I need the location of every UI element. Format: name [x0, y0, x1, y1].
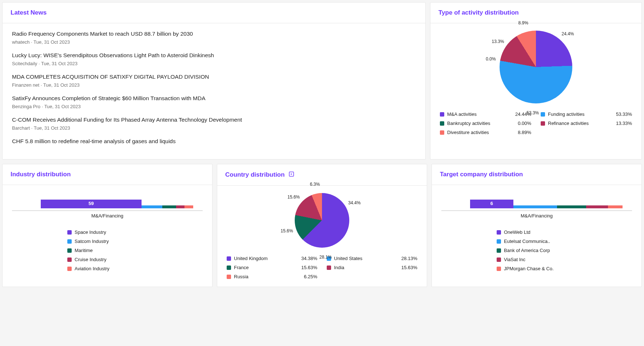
country-title: Country distribution	[225, 171, 285, 178]
target-axis-label: M&A/Financing	[441, 213, 632, 219]
legend-label: ViaSat Inc	[504, 257, 525, 262]
industry-legend: Space IndustrySatcom IndustryMaritimeCru…	[67, 229, 147, 271]
legend-label: Bank of America Corp	[504, 248, 550, 253]
pie-slice-label: 24.4%	[561, 31, 574, 36]
target-card: Target company distribution 66 M&A/Finan…	[432, 164, 642, 287]
legend-value: 8.89%	[518, 130, 531, 135]
bar-segment[interactable]	[608, 205, 623, 208]
legend-item[interactable]: Satcom Industry	[67, 239, 147, 244]
bar-value-label: 6	[534, 201, 537, 206]
bar-segment[interactable]	[586, 205, 608, 208]
news-headline[interactable]: C-COM Receives Additional Funding for It…	[12, 117, 416, 123]
legend-item[interactable]: Eutelsat Communica..	[497, 239, 577, 244]
legend-label: JPMorgan Chase & Co.	[504, 266, 554, 271]
industry-title: Industry distribution	[11, 171, 71, 178]
legend-value: 13.33%	[616, 121, 632, 126]
legend-label: Refinance activities	[548, 121, 589, 126]
industry-bar-chart[interactable]: 59	[12, 200, 203, 208]
legend-label: United Kingdom	[234, 256, 268, 261]
legend-label: OneWeb Ltd	[504, 229, 530, 235]
target-legend: OneWeb LtdEutelsat Communica..Bank of Am…	[497, 229, 577, 271]
legend-item[interactable]: Bankruptcy activities0.00%	[440, 121, 531, 126]
card-header: Type of activity distribution	[430, 3, 641, 23]
legend-swatch	[67, 230, 72, 235]
bar-segment[interactable]	[184, 205, 193, 208]
target-bar-chart[interactable]: 66	[441, 200, 632, 208]
legend-item[interactable]: Maritime	[67, 248, 147, 253]
news-item[interactable]: C-COM Receives Additional Funding for It…	[12, 117, 416, 131]
country-pie-chart[interactable]: 34.4%28.1%15.6%15.6%6.3%	[295, 193, 349, 248]
legend-item[interactable]: France15.63%	[227, 265, 317, 270]
legend-swatch	[67, 248, 72, 253]
news-headline[interactable]: SatixFy Announces Completion of Strategi…	[12, 95, 416, 102]
legend-value: 15.63%	[301, 265, 317, 270]
legend-swatch	[67, 239, 72, 244]
popout-icon[interactable]	[288, 171, 295, 179]
legend-value: 53.33%	[616, 111, 632, 117]
activity-card: Type of activity distribution 24.4%53.3%…	[430, 2, 642, 160]
target-body: 66 M&A/Financing OneWeb LtdEutelsat Comm…	[432, 185, 641, 279]
legend-item[interactable]: United States28.13%	[327, 256, 417, 261]
card-header: Country distribution	[217, 164, 427, 186]
legend-swatch	[227, 256, 231, 261]
industry-body: 59 M&A/Financing Space IndustrySatcom In…	[3, 185, 212, 279]
industry-card: Industry distribution 59 M&A/Financing S…	[2, 164, 212, 287]
legend-item[interactable]: JPMorgan Chase & Co.	[497, 266, 577, 271]
legend-item[interactable]: India15.63%	[327, 265, 417, 270]
news-item[interactable]: CHF 5.8 million to redefine real-time an…	[12, 138, 416, 145]
legend-item[interactable]: United Kingdom34.38%	[227, 256, 317, 261]
bar-segment[interactable]	[176, 205, 185, 208]
legend-label: United States	[334, 256, 362, 261]
legend-item[interactable]: Cruise Industry	[67, 257, 147, 262]
news-headline[interactable]: Lucky Lucy: WISE's Serendipitous Observa…	[12, 52, 416, 59]
legend-value: 34.38%	[301, 256, 317, 261]
news-item[interactable]: Radio Frequency Components Market to rea…	[12, 31, 416, 45]
legend-item[interactable]: Refinance activities13.33%	[541, 121, 632, 126]
activity-body: 24.4%53.3%0.0%13.3%8.9% M&A activities24…	[430, 23, 641, 142]
bar-value-label: 59	[88, 201, 94, 206]
pie-slice-label: 0.0%	[486, 56, 496, 62]
legend-swatch	[227, 266, 231, 270]
legend-item[interactable]: ViaSat Inc	[497, 257, 577, 262]
bar-segment[interactable]	[142, 205, 162, 208]
news-item[interactable]: SatixFy Announces Completion of Strategi…	[12, 95, 416, 109]
news-headline[interactable]: CHF 5.8 million to redefine real-time an…	[12, 138, 416, 145]
latest-news-card: Latest News Radio Frequency Components M…	[2, 2, 426, 160]
legend-label: Cruise Industry	[75, 257, 106, 262]
legend-item[interactable]: OneWeb Ltd	[497, 229, 577, 235]
bar-segment[interactable]	[557, 205, 586, 208]
legend-item[interactable]: Russia6.25%	[227, 274, 317, 279]
news-meta: Benzinga Pro · Tue, 31 Oct 2023	[12, 104, 416, 109]
pie-slice-label: 28.1%	[319, 255, 332, 260]
legend-label: Eutelsat Communica..	[504, 239, 550, 244]
bar-value-label: 6	[490, 201, 493, 206]
pie-slice-label: 13.3%	[492, 39, 504, 44]
news-headline[interactable]: Radio Frequency Components Market to rea…	[12, 31, 416, 37]
legend-swatch	[440, 112, 444, 117]
legend-item[interactable]: Funding activities53.33%	[541, 111, 632, 117]
legend-label: Bankruptcy activities	[447, 121, 490, 126]
bar-segment[interactable]	[162, 205, 176, 208]
legend-item[interactable]: Divestiture activities8.89%	[440, 130, 531, 135]
pie-slice-label: 15.6%	[281, 228, 293, 233]
legend-swatch	[497, 248, 501, 253]
legend-label: Divestiture activities	[447, 130, 489, 135]
legend-value: 28.13%	[401, 256, 417, 261]
legend-item[interactable]: Bank of America Corp	[497, 248, 577, 253]
legend-swatch	[497, 230, 501, 235]
news-meta: Barchart · Tue, 31 Oct 2023	[12, 125, 416, 131]
news-list: Radio Frequency Components Market to rea…	[3, 23, 425, 159]
latest-news-title: Latest News	[11, 9, 47, 16]
legend-value: 6.25%	[304, 274, 317, 279]
news-headline[interactable]: MDA COMPLETES ACQUISITION OF SATIXFY DIG…	[12, 74, 416, 80]
pie-slice-label: 8.9%	[518, 20, 528, 25]
legend-swatch	[497, 257, 501, 262]
legend-swatch	[227, 275, 231, 279]
legend-item[interactable]: Aviation Industry	[67, 266, 147, 271]
legend-item[interactable]: Space Industry	[67, 229, 147, 235]
activity-pie-chart[interactable]: 24.4%53.3%0.0%13.3%8.9%	[500, 31, 572, 103]
pie-slice-label: 15.6%	[287, 194, 300, 200]
news-item[interactable]: Lucky Lucy: WISE's Serendipitous Observa…	[12, 52, 416, 66]
legend-item[interactable]: M&A activities24.44%	[440, 111, 531, 117]
news-item[interactable]: MDA COMPLETES ACQUISITION OF SATIXFY DIG…	[12, 74, 416, 88]
